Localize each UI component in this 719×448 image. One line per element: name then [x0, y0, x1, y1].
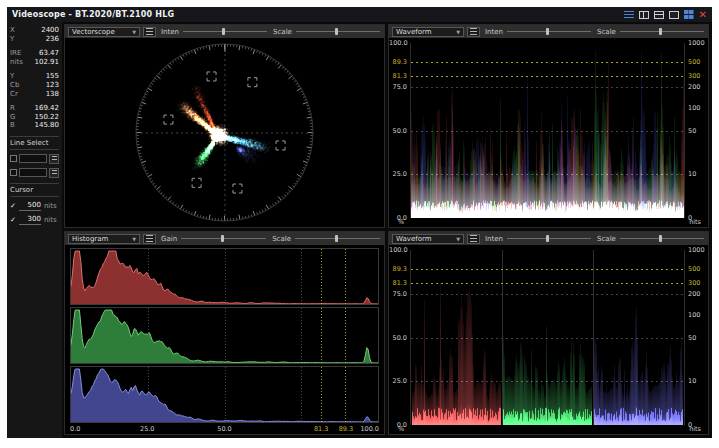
gain-label: Gain — [161, 235, 177, 243]
list-view-icon[interactable] — [624, 11, 634, 19]
slider-thumb[interactable] — [335, 28, 338, 35]
layout-quad-icon[interactable] — [684, 10, 694, 19]
ire-nits-readout: IRE63.47 nits102.91 — [10, 49, 59, 66]
r-label: R — [10, 104, 15, 113]
screenshot-frame: Videoscope - BT.2020/BT.2100 HLG ✕ X2400… — [0, 0, 719, 448]
window-title: Videoscope - BT.2020/BT.2100 HLG — [12, 10, 174, 19]
waveform-units: % nits — [389, 425, 708, 434]
scale-slider[interactable] — [619, 234, 705, 243]
nits-axis: 100050030020010050100 — [685, 43, 708, 218]
waveform-parade-panel: Waveform ▼ Inten Scale 100.089.381.375.0… — [388, 231, 709, 435]
inten-slider[interactable] — [506, 234, 592, 243]
videoscope-window: Videoscope - BT.2020/BT.2100 HLG ✕ X2400… — [7, 7, 712, 438]
cursor-row: ✓ 500 nits — [10, 201, 59, 211]
scope-type-select[interactable]: Waveform ▼ — [392, 234, 464, 244]
line-select-row — [10, 154, 59, 164]
checkmark-icon[interactable]: ✓ — [10, 202, 16, 210]
cr-label: Cr — [10, 90, 18, 99]
green-histogram — [70, 307, 379, 364]
g-value: 150.22 — [35, 113, 60, 122]
waveform-display: 100.089.381.375.050.025.00.0 10005003002… — [389, 38, 708, 218]
scope-options-button[interactable] — [467, 27, 480, 37]
chevron-down-icon: ▼ — [132, 236, 136, 242]
gain-slider[interactable] — [180, 234, 267, 243]
options-lines-icon — [470, 28, 477, 35]
readout-sidebar: X2400 Y236 IRE63.47 nits102.91 Y155 Cb12… — [7, 22, 62, 438]
scope-type-select[interactable]: Histogram ▼ — [68, 234, 140, 244]
cursor-value-field[interactable]: 500 — [19, 201, 41, 211]
slider-thumb[interactable] — [222, 28, 225, 35]
red-histogram — [70, 248, 379, 305]
line-select-field[interactable] — [19, 154, 47, 163]
slider-thumb[interactable] — [546, 28, 549, 35]
inten-label: Inten — [485, 235, 503, 243]
close-icon[interactable]: ✕ — [699, 10, 707, 19]
scope-type-select[interactable]: Waveform ▼ — [392, 27, 464, 37]
inten-label: Inten — [485, 28, 503, 36]
chevron-down-icon: ▼ — [456, 236, 460, 242]
options-lines-icon — [146, 28, 153, 35]
blue-histogram-canvas — [71, 367, 378, 422]
y-label: Y — [10, 35, 14, 44]
line-select-field[interactable] — [19, 168, 47, 177]
scale-label: Scale — [273, 28, 292, 36]
options-lines-icon — [470, 235, 477, 242]
slider-thumb[interactable] — [221, 235, 224, 242]
rgb-parade-canvas — [411, 250, 684, 425]
scope-grid: Vectorscope ▼ Inten Scale Wavefo — [62, 22, 712, 438]
cb-label: Cb — [10, 81, 19, 90]
slider-thumb[interactable] — [659, 235, 662, 242]
slider-thumb[interactable] — [659, 28, 662, 35]
histogram-panel: Histogram ▼ Gain Scale 0.025.050.081.389… — [64, 231, 385, 435]
cursor-row: ✓ 300 nits — [10, 215, 59, 225]
scope-type-label: Waveform — [396, 235, 432, 243]
scale-label: Scale — [597, 28, 616, 36]
layout-split-columns-icon[interactable] — [639, 11, 649, 19]
vectorscope-toolbar: Vectorscope ▼ Inten Scale — [65, 25, 384, 38]
ire-label: IRE — [10, 49, 21, 58]
scope-type-select[interactable]: Vectorscope ▼ — [68, 27, 140, 37]
scale-slider[interactable] — [295, 27, 381, 36]
line-select-picker-button[interactable] — [49, 154, 59, 164]
checkmark-icon[interactable]: ✓ — [10, 216, 16, 224]
histogram-display: 0.025.050.081.389.3100.0 — [65, 245, 384, 434]
inten-slider[interactable] — [182, 27, 268, 36]
line-select-header: Line Select — [10, 136, 59, 150]
cursor-value-field[interactable]: 300 — [19, 215, 41, 225]
layout-single-icon[interactable] — [669, 11, 679, 19]
titlebar: Videoscope - BT.2020/BT.2100 HLG ✕ — [7, 7, 712, 22]
cursor-unit-label: nits — [44, 216, 57, 224]
line-select-checkbox[interactable] — [10, 169, 17, 176]
scope-options-button[interactable] — [143, 234, 156, 244]
scope-options-button[interactable] — [143, 27, 156, 37]
slider-thumb[interactable] — [546, 235, 549, 242]
scope-options-button[interactable] — [467, 234, 480, 244]
nits-axis: 100050030020010050100 — [685, 250, 708, 425]
scale-slider[interactable] — [619, 27, 705, 36]
luma-label: Y — [10, 72, 14, 81]
pixel-coord-readout: X2400 Y236 — [10, 26, 59, 43]
histogram-x-axis: 0.025.050.081.389.3100.0 — [70, 425, 379, 434]
red-histogram-canvas — [71, 249, 378, 304]
x-label: X — [10, 26, 15, 35]
slider-thumb[interactable] — [335, 235, 338, 242]
waveform-units: % nits — [389, 218, 708, 227]
line-select-picker-button[interactable] — [49, 168, 59, 178]
nits-value: 102.91 — [35, 58, 60, 67]
y-value: 236 — [46, 35, 59, 44]
cb-value: 123 — [46, 81, 59, 90]
layout-split-rows-icon[interactable] — [654, 11, 664, 19]
waveform-plot — [410, 250, 685, 425]
line-select-row — [10, 168, 59, 178]
percent-axis: 100.089.381.375.050.025.00.0 — [389, 250, 410, 425]
waveform-plot — [410, 43, 685, 218]
line-select-checkbox[interactable] — [10, 155, 17, 162]
titlebar-icons: ✕ — [624, 10, 707, 19]
waveform-top-panel: Waveform ▼ Inten Scale 100.089.381.375.0… — [388, 24, 709, 228]
inten-slider[interactable] — [506, 27, 592, 36]
ire-value: 63.47 — [39, 49, 59, 58]
scale-slider[interactable] — [294, 234, 381, 243]
chevron-down-icon: ▼ — [456, 29, 460, 35]
rgb-readout: R169.42 G150.22 B145.80 — [10, 104, 59, 130]
b-value: 145.80 — [35, 121, 60, 130]
